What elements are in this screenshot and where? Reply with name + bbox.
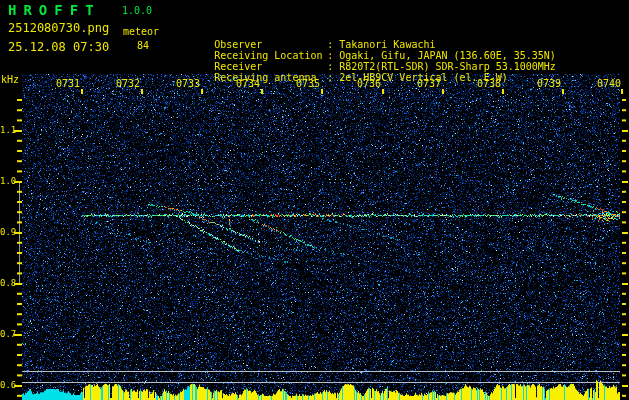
time-tick-label-0740: 0740	[594, 79, 624, 89]
app-version: 1.0.0	[122, 5, 152, 16]
time-tick-label-0739: 0739	[534, 79, 564, 89]
time-tick-label-0734: 0734	[233, 79, 263, 89]
echo-count: 84	[137, 40, 149, 51]
datetime-label: 25.12.08 07:30	[8, 40, 109, 54]
freq-tick-label-0-8: 0.8	[0, 278, 14, 288]
hrofft-window: HROFFT 1.0.0 2512080730.png meteor 25.12…	[0, 0, 629, 400]
freq-tick-label-0-7: 0.7	[0, 329, 14, 339]
time-tick-label-0738: 0738	[474, 79, 504, 89]
mode-label: meteor	[123, 26, 159, 37]
app-title: HROFFT	[8, 2, 101, 18]
freq-tick-label-0-6: 0.6	[0, 380, 14, 390]
time-tick-label-0732: 0732	[113, 79, 143, 89]
time-tick-label-0737: 0737	[414, 79, 444, 89]
time-tick-label-0733: 0733	[173, 79, 203, 89]
freq-axis-unit: kHz	[1, 74, 19, 85]
info-row-antenna: Receiving antenna:2el-HB9CV Vertical (el…	[178, 58, 508, 71]
time-tick-label-0735: 0735	[293, 79, 323, 89]
time-tick-label-0731: 0731	[53, 79, 83, 89]
info-separator: :	[327, 71, 333, 84]
freq-tick-label-0-9: 0.9	[0, 227, 14, 237]
freq-tick-label-1-0: 1.0	[0, 176, 14, 186]
station-info: Observer:Takanori Kawachi Receiving Loca…	[178, 3, 202, 69]
output-filename: 2512080730.png	[8, 21, 109, 35]
freq-tick-label-1-1: 1.1	[0, 125, 14, 135]
time-tick-label-0736: 0736	[354, 79, 384, 89]
